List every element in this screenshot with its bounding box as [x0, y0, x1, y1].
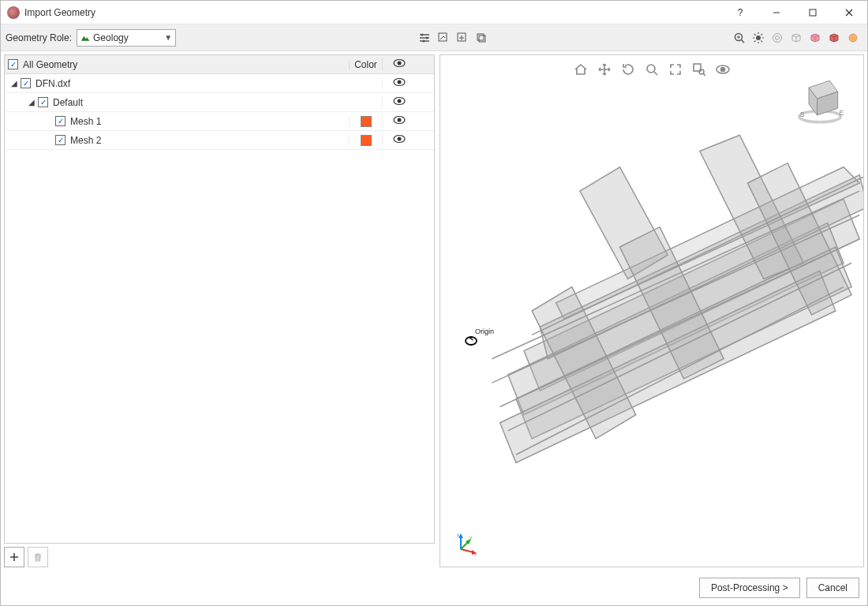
expand-arrow-icon[interactable]: ◢ — [9, 79, 19, 88]
svg-marker-4 — [81, 36, 90, 40]
target-icon[interactable] — [769, 29, 786, 47]
checkbox-all[interactable]: ✓ — [8, 59, 18, 69]
import-geometry-window: Import Geometry ? Geometry Role: Geology… — [0, 0, 868, 606]
help-button[interactable]: ? — [722, 1, 758, 24]
delete-button[interactable] — [28, 547, 48, 567]
mountain-icon — [80, 34, 90, 42]
tree-row-label: Mesh 1 — [70, 116, 101, 127]
titlebar: Import Geometry ? — [1, 1, 867, 24]
tree-row-label: Mesh 2 — [70, 135, 101, 146]
geometry-role-combo[interactable]: Geology ▼ — [77, 29, 176, 47]
origin-label: Origin — [475, 327, 494, 335]
checkbox[interactable]: ✓ — [55, 116, 65, 126]
svg-point-27 — [397, 62, 401, 65]
compass-e: E — [840, 109, 844, 117]
svg-line-22 — [761, 34, 763, 36]
tree-header: ✓ All Geometry Color — [5, 55, 434, 74]
shaded-cube-red-icon[interactable] — [825, 29, 843, 47]
compass-s: S — [800, 110, 805, 118]
minimize-button[interactable] — [758, 1, 795, 24]
checkbox[interactable]: ✓ — [55, 135, 65, 145]
visibility-toggle-icon[interactable] — [393, 96, 406, 108]
svg-point-31 — [397, 99, 401, 103]
cube-outline-icon[interactable] — [788, 29, 805, 47]
expand-all-icon[interactable] — [435, 29, 452, 47]
checkbox[interactable]: ✓ — [38, 97, 48, 107]
svg-point-7 — [423, 39, 425, 42]
geometry-tree: ✓ All Geometry Color ◢✓DFN.dxf◢✓Default✓… — [4, 54, 435, 544]
tree-row[interactable]: ◢✓Default — [5, 93, 434, 112]
svg-point-35 — [397, 137, 401, 141]
axis-gizmo-icon: z y x — [455, 532, 478, 556]
app-icon — [7, 6, 20, 19]
tree-header-name[interactable]: ✓ All Geometry — [5, 59, 349, 70]
origin-marker-icon — [464, 335, 478, 346]
eye-icon — [393, 59, 406, 70]
checkbox[interactable]: ✓ — [21, 78, 31, 88]
svg-point-25 — [849, 34, 857, 42]
collapse-all-icon[interactable] — [454, 29, 471, 47]
shaded-cube-pink-icon[interactable] — [806, 29, 824, 47]
svg-point-23 — [773, 33, 782, 42]
svg-text:y: y — [470, 535, 472, 540]
svg-line-67 — [461, 549, 473, 552]
tree-row[interactable]: ◢✓DFN.dxf — [5, 74, 434, 93]
navcube[interactable]: S E — [792, 71, 847, 126]
maximize-button[interactable] — [795, 1, 831, 24]
svg-point-29 — [397, 80, 401, 84]
svg-point-6 — [426, 36, 428, 39]
close-button[interactable] — [831, 1, 867, 24]
svg-text:z: z — [457, 533, 459, 537]
svg-point-14 — [756, 36, 761, 40]
svg-line-21 — [754, 40, 756, 42]
zoom-selection-icon[interactable] — [731, 29, 748, 47]
tree-body: ◢✓DFN.dxf◢✓Default✓Mesh 1✓Mesh 2 — [5, 74, 434, 543]
tree-row-label: Default — [53, 97, 83, 108]
svg-rect-10 — [477, 34, 484, 40]
expand-arrow-icon[interactable]: ◢ — [27, 98, 36, 107]
svg-text:x: x — [474, 552, 477, 556]
tree-actions — [4, 544, 435, 567]
lighting-icon[interactable] — [750, 29, 767, 47]
all-geometry-label: All Geometry — [23, 59, 77, 70]
svg-point-33 — [397, 118, 401, 122]
svg-line-19 — [754, 34, 756, 36]
cancel-button[interactable]: Cancel — [806, 578, 859, 598]
copy-icon[interactable] — [473, 29, 490, 47]
dialog-footer: Post-Processing > Cancel — [1, 570, 867, 605]
color-swatch[interactable] — [361, 135, 372, 146]
top-toolbar: Geometry Role: Geology ▼ — [1, 24, 867, 51]
svg-point-5 — [421, 33, 424, 36]
left-panel: ✓ All Geometry Color ◢✓DFN.dxf◢✓Default✓… — [4, 54, 435, 567]
sphere-icon[interactable] — [844, 29, 862, 47]
window-title: Import Geometry — [24, 7, 722, 18]
svg-rect-1 — [810, 9, 816, 16]
settings-icon[interactable] — [416, 29, 433, 47]
svg-point-24 — [776, 36, 780, 39]
tree-row-label: DFN.dxf — [36, 78, 70, 89]
tree-row[interactable]: ✓Mesh 2 — [5, 131, 434, 150]
visibility-toggle-icon[interactable] — [393, 115, 406, 127]
add-button[interactable] — [4, 547, 24, 567]
geometry-role-value: Geology — [93, 32, 164, 43]
color-column-header[interactable]: Color — [349, 59, 382, 70]
visibility-column-header[interactable] — [382, 58, 415, 70]
geometry-role-label: Geometry Role: — [6, 32, 72, 43]
svg-line-20 — [761, 40, 763, 42]
svg-line-13 — [742, 39, 745, 43]
post-processing-button[interactable]: Post-Processing > — [699, 578, 800, 598]
viewport-3d[interactable]: Origin S E z y x — [440, 54, 864, 567]
visibility-toggle-icon[interactable] — [393, 77, 406, 89]
mesh-preview — [440, 55, 863, 567]
svg-rect-11 — [479, 36, 485, 42]
color-swatch[interactable] — [361, 116, 372, 127]
tree-row[interactable]: ✓Mesh 1 — [5, 112, 434, 131]
dialog-body: ✓ All Geometry Color ◢✓DFN.dxf◢✓Default✓… — [1, 51, 867, 570]
chevron-down-icon: ▼ — [164, 33, 172, 42]
visibility-toggle-icon[interactable] — [393, 134, 406, 146]
